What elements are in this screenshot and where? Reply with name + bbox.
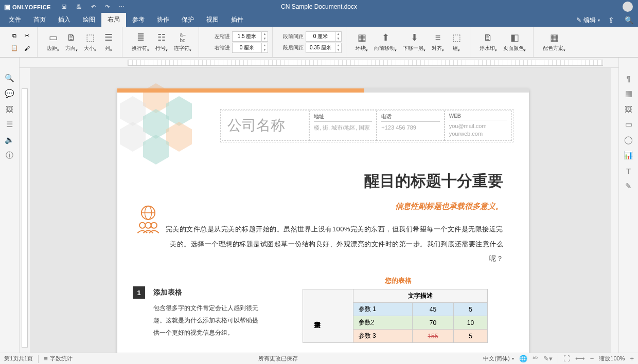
status-bar: 第1页共1页 ≡字数统计 所有更改已保存 中文(简体) ▾ 🌐 ᵃᵇ ✎▾ ⛶ … (0, 353, 638, 364)
find-icon[interactable]: 🔍 (5, 73, 15, 83)
web-header: WEB (449, 113, 507, 120)
search-icon[interactable]: 🔍 (623, 16, 635, 24)
tab-draw[interactable]: 绘图 (77, 13, 101, 27)
paragraph-settings-icon[interactable]: ¶ (624, 73, 634, 83)
header-footer-icon[interactable]: ▭ (624, 119, 634, 130)
watermark-button[interactable]: 🗎浮水印▾ (476, 30, 500, 53)
table-top-header: 文字描述 (353, 289, 487, 303)
section-body[interactable]: 包含很多字的文件肯定会让人感到很无趣。这就是为什么添加表格可以帮助提供一个更好的… (153, 302, 261, 339)
indent-right-label: 右缩进 (205, 44, 230, 51)
orientation-button[interactable]: 🗎方向▾ (62, 30, 81, 53)
zoom-level[interactable]: 缩放100% (599, 355, 625, 362)
tab-plugins[interactable]: 插件 (225, 13, 250, 27)
svg-point-4 (145, 223, 151, 228)
image-settings-icon[interactable]: 🖼 (624, 104, 634, 114)
print-icon[interactable]: 🖶 (76, 4, 82, 10)
tab-collab[interactable]: 协作 (151, 13, 175, 27)
app-logo: ▣ ONLYOFFICE (4, 3, 51, 11)
headings-icon[interactable]: ☰ (5, 119, 15, 130)
margins-button[interactable]: ▭边距▾ (44, 30, 62, 53)
spacing-before-label: 段前间距 (279, 33, 304, 40)
paste-icon[interactable]: 📋 (9, 43, 20, 53)
about-icon[interactable]: ⓘ (5, 150, 15, 160)
document-heading[interactable]: 醒目的标题十分重要 (117, 171, 513, 192)
company-cell[interactable]: 公司名称 (222, 111, 309, 141)
document-subtitle[interactable]: 信息性副标题也承载很多意义。 (117, 202, 503, 211)
align-button[interactable]: ≡对齐▾ (429, 30, 447, 53)
size-button[interactable]: ⬚大小▾ (81, 30, 99, 53)
tab-protect[interactable]: 保护 (175, 13, 200, 27)
page-color-button[interactable]: ◧页面颜色▾ (500, 30, 529, 53)
indent-right-input[interactable]: 0 厘米▲▼ (232, 43, 268, 53)
header-table[interactable]: 公司名称 地址楼, 街, 城市/地区, 国家 电话+123 456 789 WE… (220, 109, 513, 142)
spacing-after-label: 段后间距 (279, 44, 304, 51)
tab-bar: 文件 首页 插入 绘图 布局 参考 协作 保护 视图 插件 ✎ 编辑 ▾ ⇪ 🔍 (0, 13, 638, 27)
fit-page-icon[interactable]: ⛶ (563, 355, 570, 362)
people-icon (133, 204, 164, 235)
edit-mode-button[interactable]: ✎ 编辑 ▾ (576, 16, 600, 25)
save-icon[interactable]: 🖫 (61, 4, 67, 10)
bring-forward-button[interactable]: ⬆向前移动▾ (371, 30, 400, 53)
page-indicator[interactable]: 第1页共1页 (4, 355, 33, 362)
table-settings-icon[interactable]: ▦ (624, 88, 634, 99)
data-table[interactable]: 文字描述文字描述 参数 1455 参数27010 参数 31555 (303, 289, 488, 343)
open-location-icon[interactable]: ⇪ (606, 16, 616, 24)
zoom-in-icon[interactable]: + (630, 355, 634, 362)
tab-layout[interactable]: 布局 (101, 13, 126, 27)
breaks-button[interactable]: ≣换行符▾ (129, 30, 152, 53)
tab-view[interactable]: 视图 (200, 13, 225, 27)
indent-left-input[interactable]: 1.5 厘米▲▼ (232, 31, 268, 42)
wrap-button[interactable]: ▦环绕▾ (352, 30, 371, 53)
color-scheme-button[interactable]: ▦配色方案▾ (540, 30, 569, 53)
tab-file[interactable]: 文件 (3, 13, 27, 27)
section-number: 1 (133, 286, 145, 299)
more-icon[interactable]: ⋯ (119, 4, 125, 10)
language-selector[interactable]: 中文(简体) ▾ (483, 355, 513, 362)
copy-icon[interactable]: ⧉ (9, 31, 20, 41)
svg-point-3 (139, 223, 145, 228)
hyphenation-button[interactable]: a–bc连字符▾ (171, 30, 194, 53)
vertical-ruler[interactable] (20, 68, 30, 353)
tab-home[interactable]: 首页 (27, 13, 52, 27)
text-art-icon[interactable]: T (624, 166, 634, 176)
signature-icon[interactable]: ✎ (624, 181, 634, 191)
intro-paragraph[interactable]: 完美的文件总是从完美的标题开始的。虽然世界上没有100%完美的东西，但我们希望每… (164, 222, 503, 266)
addr-header: 地址 (314, 113, 372, 122)
document-canvas[interactable]: 公司名称 地址楼, 街, 城市/地区, 国家 电话+123 456 789 WE… (30, 68, 611, 353)
vertical-scrollbar[interactable] (611, 68, 618, 353)
section-title[interactable]: 添加表格 (153, 288, 182, 297)
send-backward-button[interactable]: ⬇下移一层▾ (400, 30, 429, 53)
svg-point-5 (151, 223, 157, 228)
undo-icon[interactable]: ↶ (91, 4, 96, 10)
left-sidebar: 🔍 💬 🖼 ☰ 🔈 ⓘ (0, 58, 20, 353)
format-painter-icon[interactable]: 🖌 (22, 43, 32, 53)
spellcheck-icon[interactable]: 🌐 (519, 355, 527, 362)
table-title[interactable]: 您的表格 (385, 276, 412, 285)
tab-references[interactable]: 参考 (126, 13, 151, 27)
cut-icon[interactable]: ✂ (22, 31, 32, 41)
avatar[interactable] (623, 2, 633, 12)
right-sidebar: ¶ ▦ 🖼 ▭ ◯ 📊 T ✎ (618, 58, 638, 353)
spell-toggle-icon[interactable]: ᵃᵇ (533, 355, 538, 362)
zoom-out-icon[interactable]: − (590, 355, 594, 362)
spacing-after-input[interactable]: 0.35 厘米▲▼ (306, 43, 342, 53)
tab-insert[interactable]: 插入 (52, 13, 77, 27)
horizontal-ruler[interactable] (20, 58, 618, 68)
chart-settings-icon[interactable]: 📊 (624, 150, 634, 160)
track-changes-icon[interactable]: ✎▾ (543, 355, 553, 362)
columns-button[interactable]: ☰列▾ (99, 30, 118, 53)
tel-header: 电话 (381, 113, 439, 122)
redo-icon[interactable]: ↷ (105, 4, 110, 10)
feedback-icon[interactable]: 🔈 (5, 135, 15, 145)
comments-icon[interactable]: 💬 (5, 88, 15, 99)
shape-settings-icon[interactable]: ◯ (624, 135, 634, 145)
save-status: 所有更改已保存 (258, 355, 298, 362)
navigation-icon[interactable]: 🖼 (5, 104, 15, 114)
spacing-before-input[interactable]: 0 厘米▲▼ (306, 31, 342, 42)
ribbon: ⧉ 📋 ✂ 🖌 ▭边距▾ 🗎方向▾ ⬚大小▾ ☰列▾ ≣换行符▾ ☷行号▾ a–… (0, 27, 638, 58)
word-count[interactable]: ≡字数统计 (44, 355, 73, 362)
fit-width-icon[interactable]: ⟷ (575, 355, 585, 362)
group-button[interactable]: ⬚组▾ (447, 30, 466, 53)
indent-left-label: 左缩进 (205, 33, 230, 40)
line-numbers-button[interactable]: ☷行号▾ (152, 30, 171, 53)
